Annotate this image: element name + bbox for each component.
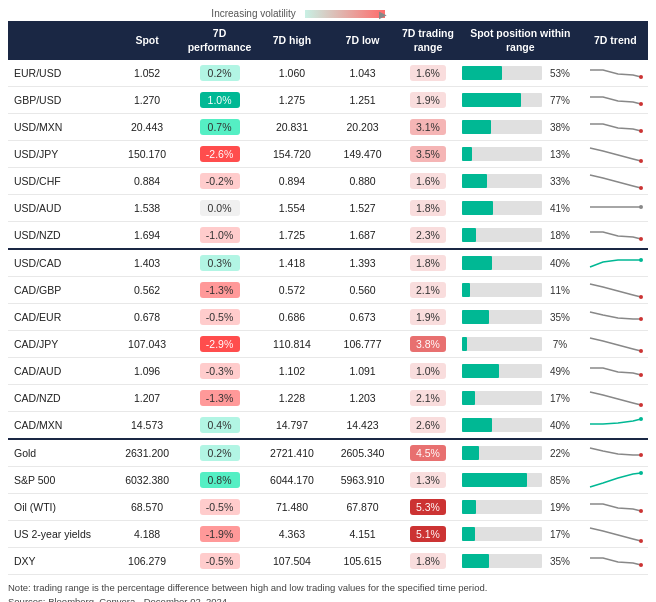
range-value: 3.8% [398,331,458,358]
bar-cell: 40% [458,249,583,277]
col-spot: Spot [112,21,183,60]
col-low: 7D low [327,21,398,60]
bar-cell: 41% [458,195,583,222]
high-value: 0.686 [257,304,328,331]
spot-value: 2631.200 [112,439,183,467]
perf-value: -0.2% [182,168,256,195]
spot-value: 1.052 [112,60,183,87]
range-value: 3.1% [398,114,458,141]
trend-chart [588,279,643,299]
pair-label: Gold [8,439,112,467]
perf-value: -0.3% [182,358,256,385]
bar-bg [462,337,542,351]
spot-value: 4.188 [112,521,183,548]
low-value: 105.615 [327,548,398,575]
trend-cell [583,60,648,87]
bar-pct: 49% [546,366,574,377]
col-pair [8,21,112,60]
trend-cell [583,114,648,141]
svg-point-12 [639,403,643,407]
trend-cell [583,548,648,575]
high-value: 0.572 [257,277,328,304]
high-value: 4.363 [257,521,328,548]
table-row: USD/MXN 20.443 0.7% 20.831 20.203 3.1% 3… [8,114,648,141]
low-value: 2605.340 [327,439,398,467]
high-value: 14.797 [257,412,328,440]
low-value: 1.251 [327,87,398,114]
bar-cell: 18% [458,222,583,250]
bar-bg [462,228,542,242]
bar-fill [462,66,502,80]
table-row: CAD/JPY 107.043 -2.9% 110.814 106.777 3.… [8,331,648,358]
perf-value: 0.7% [182,114,256,141]
table-row: S&P 500 6032.380 0.8% 6044.170 5963.910 … [8,467,648,494]
trend-chart [588,62,643,82]
svg-point-14 [639,453,643,457]
table-row: Oil (WTI) 68.570 -0.5% 71.480 67.870 5.3… [8,494,648,521]
spot-value: 1.694 [112,222,183,250]
bar-pct: 13% [546,149,574,160]
trend-chart [588,360,643,380]
bar-bg [462,418,542,432]
high-value: 20.831 [257,114,328,141]
high-value: 107.504 [257,548,328,575]
range-value: 5.3% [398,494,458,521]
note-line1: Note: trading range is the percentage di… [8,581,648,594]
low-value: 149.470 [327,141,398,168]
bar-cell: 49% [458,358,583,385]
bar-bg [462,364,542,378]
bar-pct: 35% [546,312,574,323]
trend-cell [583,222,648,250]
bar-cell: 35% [458,548,583,575]
pair-label: CAD/NZD [8,385,112,412]
table-row: CAD/EUR 0.678 -0.5% 0.686 0.673 1.9% 35% [8,304,648,331]
bar-cell: 77% [458,87,583,114]
trend-cell [583,304,648,331]
bar-pct: 40% [546,420,574,431]
bar-cell: 7% [458,331,583,358]
trend-chart [588,143,643,163]
table-row: USD/CAD 1.403 0.3% 1.418 1.393 1.8% 40% [8,249,648,277]
col-position: Spot position within range [458,21,583,60]
range-value: 1.3% [398,467,458,494]
trend-chart [588,306,643,326]
bar-fill [462,391,475,405]
high-value: 1.228 [257,385,328,412]
bar-bg [462,120,542,134]
low-value: 14.423 [327,412,398,440]
bar-cell: 40% [458,412,583,440]
bar-cell: 11% [458,277,583,304]
trend-chart [588,469,643,489]
pair-label: CAD/AUD [8,358,112,385]
svg-point-11 [639,373,643,377]
trend-chart [588,116,643,136]
range-value: 1.8% [398,249,458,277]
pair-label: USD/CAD [8,249,112,277]
perf-value: 0.3% [182,249,256,277]
bar-fill [462,283,470,297]
bar-bg [462,93,542,107]
bar-pct: 17% [546,529,574,540]
trend-cell [583,195,648,222]
trend-cell [583,277,648,304]
bar-cell: 13% [458,141,583,168]
svg-point-3 [639,159,643,163]
spot-value: 106.279 [112,548,183,575]
pair-label: GBP/USD [8,87,112,114]
svg-point-9 [639,317,643,321]
bar-fill [462,446,479,460]
pair-label: CAD/EUR [8,304,112,331]
table-row: Gold 2631.200 0.2% 2721.410 2605.340 4.5… [8,439,648,467]
trend-cell [583,385,648,412]
high-value: 1.102 [257,358,328,385]
range-value: 2.6% [398,412,458,440]
pair-label: USD/JPY [8,141,112,168]
perf-value: -0.5% [182,494,256,521]
bar-fill [462,256,492,270]
trend-chart [588,387,643,407]
bar-fill [462,364,499,378]
bar-fill [462,201,493,215]
bar-cell: 17% [458,385,583,412]
bar-bg [462,201,542,215]
svg-point-10 [639,349,643,353]
